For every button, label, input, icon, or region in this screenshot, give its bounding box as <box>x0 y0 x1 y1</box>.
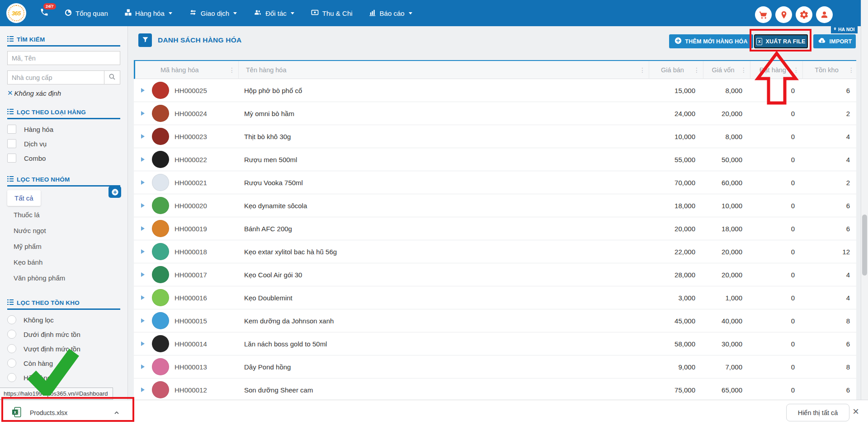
radio-button[interactable] <box>7 373 16 382</box>
table-row[interactable]: HH000018 Kẹo extar xylitol bac hà hũ 56g… <box>134 240 856 263</box>
table-row[interactable]: HH000022 Rượu men 500ml 55,000 50,000 0 … <box>134 148 856 171</box>
remove-tag-icon[interactable] <box>7 89 13 97</box>
row-expander-icon[interactable] <box>141 249 145 254</box>
row-expander-icon[interactable] <box>141 88 145 93</box>
column-header[interactable]: Tồn kho <box>802 61 856 79</box>
table-row[interactable]: HH000023 Thịt bò khô 30g 10,000 8,000 0 … <box>134 125 856 148</box>
row-expander-icon[interactable] <box>141 295 145 300</box>
row-expander-icon[interactable] <box>141 318 145 323</box>
add-group-button[interactable] <box>108 186 121 198</box>
row-expander-icon[interactable] <box>141 111 145 116</box>
menu-item-thu-chi[interactable]: Thu & Chi <box>311 9 353 18</box>
column-header[interactable]: Mã hàng hóa <box>153 61 238 79</box>
location-pin-icon[interactable] <box>775 6 792 23</box>
row-expander-icon[interactable] <box>141 157 145 162</box>
pin-icon <box>833 27 837 32</box>
product-code: HH000012 <box>175 386 207 394</box>
product-name: Bánh AFC 200g <box>244 225 292 233</box>
stock-qty-value: 4 <box>846 271 850 279</box>
table-row[interactable]: HH000014 Lăn nách boss gold to 50ml 58,0… <box>134 332 856 355</box>
group-item[interactable]: Nước ngọt <box>7 223 120 238</box>
type-option[interactable]: Hàng hóa <box>7 125 120 134</box>
group-item[interactable]: Kẹo bánh <box>7 254 120 270</box>
supplier-input[interactable] <box>7 70 104 84</box>
column-menu-icon[interactable] <box>848 66 854 74</box>
user-icon[interactable] <box>816 6 833 23</box>
table-row[interactable]: HH000020 Kẹo dynamite sôcola 18,000 10,0… <box>134 194 856 217</box>
pos365-logo[interactable]: 365 <box>6 3 26 23</box>
column-header[interactable]: Tên hàng hóa <box>238 61 649 79</box>
column-header[interactable]: Giá vốn <box>703 61 750 79</box>
checkbox[interactable] <box>7 154 16 163</box>
ordered-qty-value: 0 <box>791 156 795 163</box>
filter-toggle-button[interactable] <box>138 33 152 47</box>
type-option[interactable]: Combo <box>7 154 120 163</box>
table-row[interactable]: HH000016 Kẹo Doublemint 3,000 1,000 0 4 <box>134 286 856 309</box>
row-expander-icon[interactable] <box>141 203 145 208</box>
column-header[interactable]: Đặt hàng <box>750 61 802 79</box>
radio-button[interactable] <box>7 315 16 324</box>
checkbox-label: Combo <box>24 154 46 162</box>
cart-plus-icon[interactable] <box>755 6 772 23</box>
row-expander-icon[interactable] <box>141 134 145 139</box>
stock-option[interactable]: Còn hàng <box>7 359 120 368</box>
search-button[interactable] <box>104 70 120 84</box>
group-item[interactable]: Thuốc lá <box>7 207 120 223</box>
quick-actions <box>755 6 833 23</box>
cost-price-value: 20,000 <box>722 271 742 279</box>
gear-icon[interactable] <box>796 6 812 23</box>
stock-option[interactable]: Vượt định mức tồn <box>7 344 120 353</box>
stock-option[interactable]: Dưới định mức tồn <box>7 330 120 339</box>
group-item[interactable]: Tất cả <box>7 190 41 206</box>
radio-button[interactable] <box>7 330 16 339</box>
radio-button[interactable] <box>7 344 16 353</box>
menu-item-giao-dich[interactable]: Giao dịch <box>189 9 237 18</box>
column-menu-icon[interactable] <box>741 66 747 74</box>
menu-item-doi-tac[interactable]: Đối tác <box>253 9 294 18</box>
scrollbar-thumb[interactable] <box>862 215 867 276</box>
menu-item-tong-quan[interactable]: Tổng quan <box>64 9 108 18</box>
stock-option[interactable]: Không lọc <box>7 315 120 324</box>
table-row[interactable]: HH000015 Kem dưỡng da Johnson xanh 45,00… <box>134 309 856 332</box>
close-download-bar-icon[interactable] <box>853 406 859 417</box>
table-row[interactable]: HH000013 Dây Pond hồng 9,000 7,000 0 8 <box>134 355 856 378</box>
table-row[interactable]: HH000021 Rượu Vooka 750ml 70,000 60,000 … <box>134 171 856 194</box>
show-all-downloads-button[interactable]: Hiển thị tất cả <box>786 404 849 421</box>
table-row[interactable]: HH000024 Mỳ omni bò hầm 24,000 20,000 0 … <box>134 102 856 125</box>
column-menu-icon[interactable] <box>229 66 235 74</box>
column-menu-icon[interactable] <box>793 66 799 74</box>
checkbox-label: Hàng hóa <box>24 126 53 133</box>
menu-item-hang-hoa[interactable]: Hàng hóa <box>124 9 172 18</box>
group-item[interactable]: Mỹ phẩm <box>7 238 120 254</box>
row-expander-icon[interactable] <box>141 364 145 369</box>
column-menu-icon[interactable] <box>693 66 700 74</box>
group-item[interactable]: Văn phòng phẩm <box>7 270 120 286</box>
row-expander-icon[interactable] <box>141 341 145 346</box>
checkbox[interactable] <box>7 125 16 134</box>
search-input[interactable] <box>7 51 120 65</box>
export-file-button[interactable]: XUẤT RA FILE <box>754 34 808 48</box>
type-option[interactable]: Dịch vụ <box>7 139 120 148</box>
support-phone[interactable]: 24/7 <box>40 8 49 19</box>
column-menu-icon[interactable] <box>639 66 646 74</box>
add-product-button[interactable]: THÊM MỚI HÀNG HÓA <box>669 34 753 48</box>
list-icon <box>7 36 14 43</box>
row-expander-icon[interactable] <box>141 272 145 277</box>
row-expander-icon[interactable] <box>141 180 145 185</box>
product-name: Rượu Vooka 750ml <box>244 179 303 187</box>
column-header[interactable]: Giá bán <box>649 61 703 79</box>
table-row[interactable]: HH000017 Kẹo Cool Air gói 30 28,000 20,0… <box>134 263 856 286</box>
row-expander-icon[interactable] <box>141 226 145 231</box>
branch-badge[interactable]: HA NOI <box>831 26 858 33</box>
import-button[interactable]: IMPORT <box>813 34 856 48</box>
row-expander-icon[interactable] <box>141 388 145 392</box>
radio-button[interactable] <box>7 359 16 368</box>
chevron-up-icon[interactable] <box>113 409 120 418</box>
table-row[interactable]: HH000025 Hộp phở bò phố cổ 15,000 8,000 … <box>134 79 856 102</box>
stock-option[interactable]: Hết hàng <box>7 373 120 382</box>
page-scrollbar[interactable] <box>861 0 868 400</box>
menu-item-bao-cao[interactable]: Báo cáo <box>369 9 412 18</box>
table-row[interactable]: HH000019 Bánh AFC 200g 20,000 18,000 0 6 <box>134 217 856 240</box>
table-row[interactable]: HH000012 Son dưỡng Sheer cam 75,000 65,0… <box>134 378 856 400</box>
checkbox[interactable] <box>7 139 16 148</box>
